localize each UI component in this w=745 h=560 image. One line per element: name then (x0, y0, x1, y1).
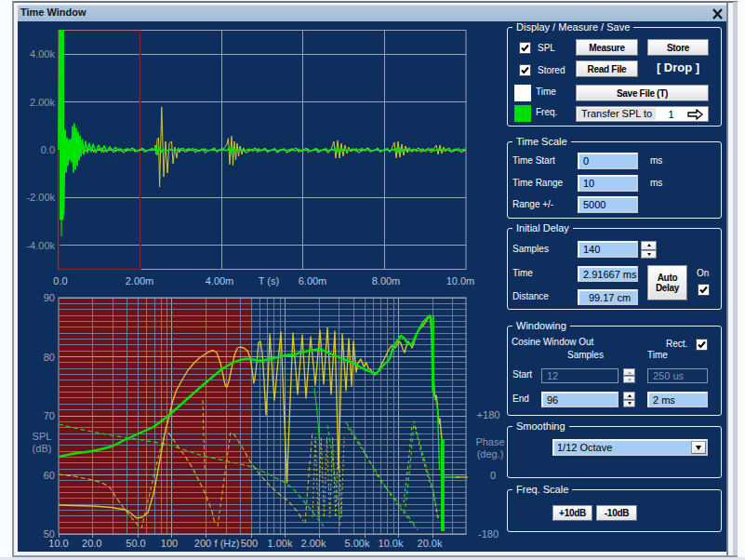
svg-text:6.00m: 6.00m (299, 275, 327, 287)
svg-text:0.0: 0.0 (53, 275, 67, 287)
svg-text:50.0: 50.0 (126, 538, 145, 549)
svg-text:4.00k: 4.00k (30, 48, 55, 60)
svg-text:-180: -180 (478, 528, 499, 540)
svg-text:200: 200 (194, 538, 211, 549)
svg-text:100: 100 (161, 538, 178, 549)
svg-text:10.0: 10.0 (48, 538, 68, 549)
svg-text:SPL: SPL (33, 431, 52, 442)
svg-text:T (s): T (s) (259, 275, 279, 287)
svg-text:2.00m: 2.00m (126, 275, 154, 287)
svg-text:10.0m: 10.0m (446, 275, 475, 287)
svg-text:-2.00k: -2.00k (26, 192, 55, 203)
svg-text:2.00k: 2.00k (301, 538, 326, 549)
svg-text:(deg.): (deg.) (477, 448, 504, 460)
svg-text:0.0: 0.0 (41, 144, 55, 155)
svg-text:80: 80 (44, 352, 55, 363)
svg-text:20.0: 20.0 (82, 538, 101, 549)
svg-text:20.0k: 20.0k (418, 538, 443, 549)
svg-text:8.00m: 8.00m (372, 275, 401, 287)
svg-text:60: 60 (44, 470, 55, 481)
svg-text:Phase: Phase (475, 436, 504, 447)
svg-text:10.0k: 10.0k (379, 538, 404, 549)
svg-text:500: 500 (241, 538, 258, 549)
svg-text:70: 70 (44, 410, 55, 421)
svg-text:-4.00k: -4.00k (26, 240, 55, 251)
svg-text:90: 90 (44, 292, 55, 303)
svg-text:1.00k: 1.00k (268, 538, 293, 549)
svg-text:0: 0 (490, 470, 496, 481)
svg-text:f (Hz): f (Hz) (215, 538, 240, 549)
svg-text:(dB): (dB) (33, 443, 52, 454)
svg-text:2.00k: 2.00k (30, 97, 55, 108)
svg-text:5.00k: 5.00k (345, 538, 370, 549)
svg-text:4.00m: 4.00m (206, 275, 234, 287)
svg-text:+180: +180 (477, 409, 500, 420)
